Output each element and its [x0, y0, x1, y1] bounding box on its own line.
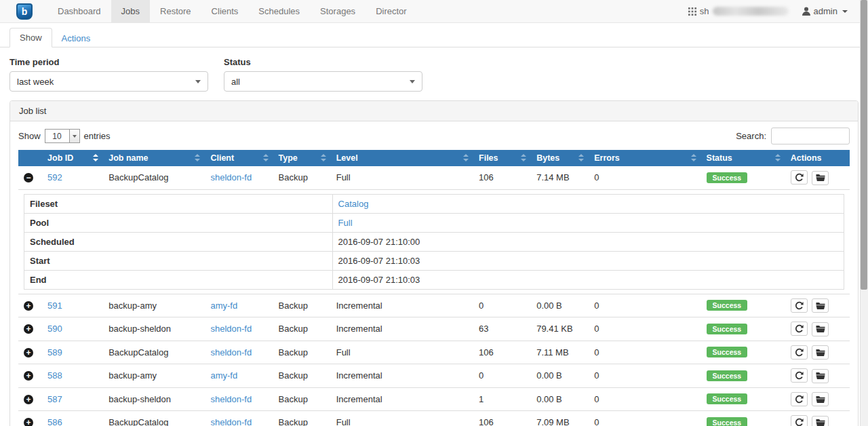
job-id-link[interactable]: 591 — [47, 301, 62, 311]
column-header-client[interactable]: Client — [205, 150, 273, 166]
chevron-down-icon — [195, 80, 201, 83]
vertical-scrollbar[interactable] — [860, 0, 868, 426]
folder-icon — [816, 372, 825, 380]
tab-actions[interactable]: Actions — [52, 29, 100, 47]
restart-icon — [795, 395, 804, 404]
user-menu[interactable]: admin — [802, 6, 848, 16]
column-header-job-id[interactable]: Job ID — [42, 150, 103, 166]
column-header-actions: Actions — [785, 150, 850, 166]
scrollbar-thumb[interactable] — [861, 0, 867, 290]
collapse-row-button[interactable]: − — [24, 173, 33, 182]
client-link[interactable]: sheldon-fd — [210, 417, 252, 426]
job-id-link[interactable]: 588 — [47, 370, 62, 381]
nav-item-director[interactable]: Director — [366, 0, 417, 22]
expand-row-button[interactable]: + — [24, 418, 33, 426]
status-badge: Success — [707, 172, 748, 183]
column-header-bytes[interactable]: Bytes — [531, 150, 589, 166]
host-selector[interactable]: sh — [688, 6, 789, 16]
nav-item-dashboard[interactable]: Dashboard — [47, 0, 111, 22]
type-cell: Backup — [273, 411, 331, 426]
nav-item-schedules[interactable]: Schedules — [248, 0, 310, 22]
time-period-select[interactable]: last week — [9, 71, 208, 92]
job-name-cell: BackupCatalog — [103, 166, 205, 189]
client-link[interactable]: amy-fd — [210, 370, 237, 381]
time-period-label: Time period — [9, 57, 208, 67]
restart-job-button[interactable] — [791, 322, 808, 336]
tab-bar: Show Actions — [0, 23, 868, 47]
status-badge: Success — [707, 370, 748, 381]
job-name-cell: backup-amy — [103, 364, 205, 388]
job-id-link[interactable]: 592 — [47, 172, 62, 182]
bytes-cell: 0.00 B — [531, 294, 589, 317]
nav-item-clients[interactable]: Clients — [201, 0, 249, 22]
jobs-table: Job ID Job name Client Type Level Files … — [18, 150, 850, 426]
status-select[interactable]: all — [224, 71, 422, 92]
entries-select[interactable]: 10 — [45, 129, 80, 143]
errors-cell: 0 — [589, 294, 701, 317]
expand-row-button[interactable]: + — [24, 348, 33, 357]
brand[interactable]: b — [16, 0, 33, 22]
job-list-panel: Job list Show 10 entries Search: — [9, 100, 859, 426]
job-id-link[interactable]: 590 — [47, 324, 62, 334]
restart-job-button[interactable] — [791, 298, 808, 313]
status-label: Status — [224, 57, 422, 67]
restore-folder-button[interactable] — [812, 416, 829, 426]
restore-folder-button[interactable] — [812, 345, 829, 360]
nav-item-jobs[interactable]: Jobs — [111, 0, 150, 22]
type-cell: Backup — [273, 364, 331, 388]
folder-icon — [816, 395, 825, 404]
column-header-type[interactable]: Type — [273, 150, 331, 166]
bytes-cell: 7.09 MB — [531, 411, 589, 426]
sort-icon — [521, 154, 526, 161]
panel-body: Show 10 entries Search: — [10, 121, 858, 426]
job-name-cell: backup-sheldon — [103, 317, 205, 341]
restore-folder-button[interactable] — [812, 369, 829, 383]
detail-value-link[interactable]: Catalog — [338, 199, 369, 209]
client-link[interactable]: sheldon-fd — [210, 172, 252, 182]
restart-job-button[interactable] — [791, 368, 808, 383]
expand-row-button[interactable]: + — [24, 371, 33, 381]
detail-row: End2016-09-07 21:10:03 — [24, 270, 844, 289]
detail-label: End — [24, 270, 333, 289]
restart-job-button[interactable] — [791, 345, 808, 360]
entries-label: entries — [84, 131, 111, 141]
client-link[interactable]: sheldon-fd — [210, 324, 252, 334]
entries-length-control: Show 10 entries — [18, 129, 111, 143]
restart-job-button[interactable] — [791, 170, 808, 185]
restart-job-button[interactable] — [791, 415, 808, 426]
expand-row-button[interactable]: + — [24, 301, 33, 311]
client-link[interactable]: sheldon-fd — [210, 347, 252, 357]
column-header-level[interactable]: Level — [331, 150, 473, 166]
client-link[interactable]: amy-fd — [210, 301, 237, 311]
client-link[interactable]: sheldon-fd — [210, 394, 252, 404]
job-id-link[interactable]: 589 — [47, 347, 62, 357]
files-cell: 1 — [473, 387, 531, 411]
detail-row: Start2016-09-07 21:10:03 — [24, 251, 844, 270]
job-id-link[interactable]: 586 — [47, 417, 62, 426]
restore-folder-button[interactable] — [812, 298, 829, 313]
detail-value-link[interactable]: Full — [338, 218, 353, 228]
restore-folder-button[interactable] — [812, 322, 829, 336]
errors-cell: 0 — [589, 166, 701, 189]
folder-icon — [816, 325, 825, 333]
column-header-status[interactable]: Status — [701, 150, 785, 166]
expand-row-button[interactable]: + — [24, 324, 33, 334]
restart-icon — [795, 418, 804, 426]
column-header-job-name[interactable]: Job name — [103, 150, 205, 166]
tab-show[interactable]: Show — [9, 28, 52, 47]
column-header-errors[interactable]: Errors — [589, 150, 701, 166]
nav-item-storages[interactable]: Storages — [310, 0, 366, 22]
table-row: + 586 BackupCatalog sheldon-fd Backup Fu… — [18, 411, 850, 426]
column-header-expand — [18, 150, 42, 166]
job-id-link[interactable]: 587 — [47, 394, 62, 404]
job-table-body: − 592 BackupCatalog sheldon-fd Backup Fu… — [18, 166, 850, 426]
nav-item-restore[interactable]: Restore — [150, 0, 201, 22]
search-input[interactable] — [771, 128, 850, 144]
restart-job-button[interactable] — [791, 392, 808, 406]
column-header-files[interactable]: Files — [473, 150, 531, 166]
expand-row-button[interactable]: + — [24, 395, 33, 404]
job-detail-table: FilesetCatalogPoolFullScheduled2016-09-0… — [24, 194, 844, 290]
status-group: Status all — [224, 57, 422, 92]
restore-folder-button[interactable] — [812, 392, 829, 406]
restore-folder-button[interactable] — [812, 171, 829, 185]
